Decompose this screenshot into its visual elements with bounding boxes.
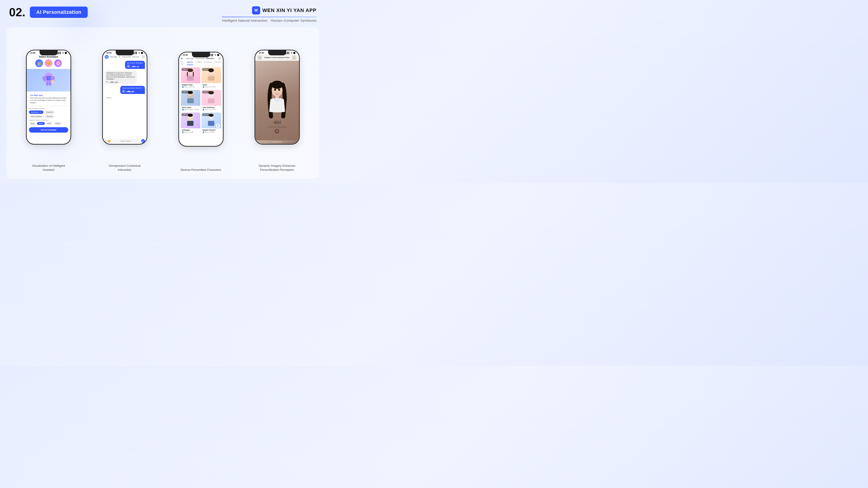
svg-rect-23: [208, 98, 215, 103]
caption3: Diverse Personified Characters: [181, 168, 221, 172]
p4-title: English Conversational Tutor: [265, 57, 289, 59]
speed-pills: Slow Basic Fast Faster: [29, 122, 68, 125]
card-colleague[interactable]: 闲聊伙伴 Colleague 👤 Jason 1342 ▶: [181, 112, 200, 134]
avatar-3[interactable]: 🌸: [54, 59, 62, 67]
svg-point-7: [49, 81, 51, 86]
svg-point-6: [46, 81, 49, 86]
p4-waveform: [273, 120, 281, 125]
p2-nav-community[interactable]: Community: [122, 56, 131, 58]
p1-assistant-desc: Face each day with a positive attitude! …: [30, 97, 67, 104]
svg-rect-31: [208, 121, 214, 126]
p1-avatars: 🤖 😊 🌸: [27, 59, 70, 69]
card-english-tutor[interactable]: 技能大师 English Tutor 👤 Jason 2.47万 ▶: [181, 67, 200, 89]
pill-cheerful[interactable]: Cheerful: [44, 110, 55, 114]
slide-title-badge: AI Personalization: [30, 6, 88, 18]
pill-normal[interactable]: Normal: [44, 115, 54, 118]
phone2: 10:58 ▌▌▌ ⊙ ⬤ W Message ▼ Community Disc…: [102, 50, 147, 144]
p1-character-area: </>: [27, 69, 70, 92]
caption1: Visualization of Intelligent Assistant: [26, 164, 71, 172]
phone1: 10:58 ▌▌▌ ⊙ ⬤ Select Assistant 🤖 😊 🌸: [26, 50, 71, 144]
tab-for-you[interactable]: For You: [181, 61, 185, 65]
p4-voice-text: I'm listening, please speak: [268, 126, 286, 128]
brand-icon: W: [252, 6, 260, 14]
p3-nav-community[interactable]: Community: [195, 57, 205, 59]
phone1-section: 10:58 ▌▌▌ ⊙ ⬤ Select Assistant 🤖 😊 🌸: [13, 34, 84, 172]
avatar-2[interactable]: 😊: [45, 59, 53, 67]
personality-label: Personality Settings: [29, 107, 68, 109]
p3-nav-discover[interactable]: Discover: [206, 57, 214, 59]
avatar-1[interactable]: 🤖: [35, 59, 43, 67]
brand-logo: W WEN XIN YI YAN APP: [252, 6, 316, 14]
emoji-icon[interactable]: 😊: [107, 140, 111, 142]
content-area: 10:58 ▌▌▌ ⊙ ⬤ Select Assistant 🤖 😊 🌸: [6, 27, 319, 179]
card-english-teacher[interactable]: 技能大师 + English Teacher 👤 Jason 1342 ▶: [202, 112, 221, 134]
refresh-icon[interactable]: ↺: [105, 140, 107, 142]
slide-number: 02.: [9, 6, 25, 18]
tab-emotions[interactable]: Emotions: [204, 61, 212, 65]
msg-user-2: Could you please help me ? ▶ ▂▄▆▄▂▃▅: [120, 86, 145, 94]
msg-user-1: get a trip to Shanghai ▶ ▁▃▅▃▁▂▄: [125, 61, 145, 69]
pill-normal-label: Normal: [46, 116, 52, 118]
hold-to-speak-btn[interactable]: Hold to Speak: [112, 139, 141, 143]
speed-basic[interactable]: Basic: [37, 122, 45, 125]
svg-rect-11: [187, 76, 194, 80]
caption2: Omnipresent Contextual Interaction: [102, 164, 147, 172]
tab-creation[interactable]: Creation: [195, 61, 202, 65]
p4-bottom: [255, 140, 299, 144]
p4-header: ◁ English Conversational Tutor ⋮: [255, 55, 299, 61]
p2-chat-area: get a trip to Shanghai ▶ ▁▃▅▃▁▂▄ Shangha…: [103, 60, 147, 138]
p3-app-icon: ◈: [181, 57, 183, 60]
audio-ai-1: ⏸ ▁▃▅▃▁▂▄▂: [106, 81, 135, 83]
p3-cards-grid: 技能大师 English Tutor 👤 Jason 2.47万 ▶: [179, 66, 223, 135]
card-cute-girlfriend[interactable]: 闲聊伙伴 Cute Girlfriend 👤 Jason 2.47万 ▶: [202, 90, 221, 111]
msg-ai-1: Shanghai is a city rich in historical an…: [105, 71, 137, 84]
p4-character-svg: [262, 78, 292, 123]
p2-input-bar: ↺ 😊 Hold to Speak ⏺: [103, 138, 147, 144]
p4-close-btn[interactable]: ✕: [275, 129, 279, 133]
phone4-section: 10:58 ▌▌▌ ⊙ ⬤ ◁ English Conversational T…: [241, 34, 313, 172]
tab-agents[interactable]: Agents: [187, 61, 193, 65]
speed-fast[interactable]: Fast: [46, 122, 53, 125]
tab-tutorials[interactable]: Tutorials: [214, 61, 221, 65]
phone4: 10:58 ▌▌▌ ⊙ ⬤ ◁ English Conversational T…: [254, 50, 300, 144]
p4-menu-icon[interactable]: ⋮: [292, 55, 297, 60]
p1-settings: Personality Settings Handsome 🔊 Cheerful…: [27, 107, 70, 126]
svg-rect-15: [208, 76, 215, 80]
svg-point-34: [271, 80, 283, 89]
p4-character-area: I'm listening, please speak ✕: [255, 61, 299, 140]
svg-point-37: [278, 89, 280, 91]
phone3: 10:58 ▌▌▌ ⊙ ⬤ ◈ Message Community Discov…: [178, 52, 223, 147]
set-assistant-btn[interactable]: Set as Assistant: [29, 127, 68, 133]
brand-tagline: Intelligent Natural Interaction、Human–Co…: [222, 19, 316, 23]
card-tarot[interactable]: 闲聊伙伴 Tarot Cards 👤 海滨河小霸王 1342 ▶: [181, 90, 200, 111]
audio-1: ▶ ▁▃▅▃▁▂▄: [127, 65, 143, 68]
pill-cheerful-label: Cheerful: [46, 111, 53, 113]
p1-bubble: I'm Xiao Yan! Face each day with a posit…: [29, 93, 69, 105]
p2-app-icon: W: [105, 55, 109, 59]
phone3-section: 10:58 ▌▌▌ ⊙ ⬤ ◈ Message Community Discov…: [165, 34, 237, 172]
add-card-btn[interactable]: +: [216, 124, 220, 128]
typing-indicator: [105, 96, 113, 100]
speed-label: Speech Speed Settings: [29, 119, 68, 121]
p2-nav-discover[interactable]: Discover: [132, 56, 139, 58]
speed-slow[interactable]: Slow: [29, 122, 36, 125]
svg-rect-19: [187, 98, 194, 103]
card-sister[interactable]: 闲聊伙伴 Sister 👤 Jason 2.47万 ▶: [202, 67, 221, 89]
p3-nav-items: Message Community Discover: [186, 57, 214, 59]
time1: 10:58: [30, 52, 35, 54]
pill-handsome[interactable]: Handsome 🔊: [29, 110, 43, 114]
brand-name: WEN XIN YI YAN APP: [262, 7, 316, 13]
speed-faster[interactable]: Faster: [54, 122, 62, 125]
p4-voice-overlay: I'm listening, please speak ✕: [268, 120, 286, 133]
p2-nav-message[interactable]: Message: [110, 56, 117, 58]
p3-user-avatar: [218, 57, 221, 60]
pill-warmhearted[interactable]: Warm-hearted: [29, 115, 44, 118]
p4-back-icon[interactable]: ◁: [257, 55, 262, 60]
p3-tabs: For You Agents Creation Emotions Tutoria…: [179, 61, 223, 66]
record-btn[interactable]: ⏺: [141, 139, 145, 143]
p2-user-avatar: [142, 55, 145, 59]
svg-rect-27: [187, 121, 193, 126]
header-left: 02. AI Personalization: [9, 6, 88, 18]
p3-nav-message[interactable]: Message: [186, 57, 193, 59]
personality-pills: Handsome 🔊 Cheerful Warm-hearted Normal: [29, 110, 68, 118]
